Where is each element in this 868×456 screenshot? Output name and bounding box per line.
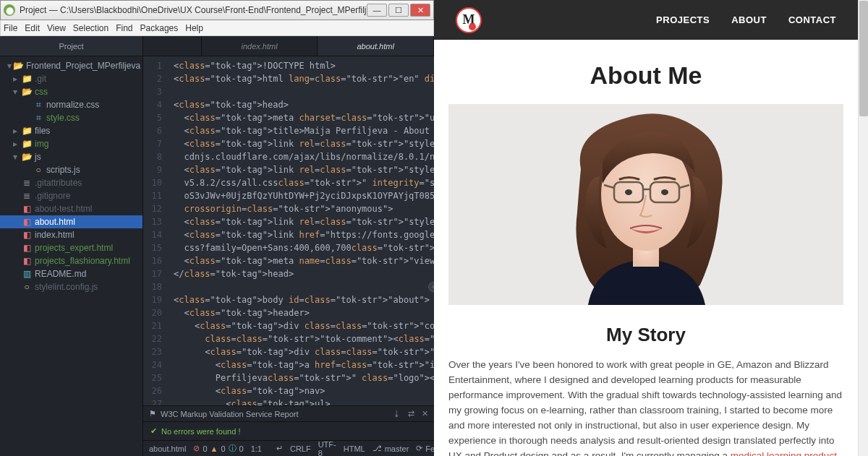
tree-file--gitignore[interactable]: ≣.gitignore (0, 189, 142, 202)
nav-link-about[interactable]: ABOUT (731, 14, 767, 25)
line-gutter: 1234567891011121314151617181920212223242… (143, 56, 168, 405)
status-fetch[interactable]: ⟳ Fetch (416, 444, 434, 453)
lint-title: W3C Markup Validation Service Report (161, 410, 299, 418)
page-title: About Me (448, 61, 843, 90)
menu-edit[interactable]: Edit (25, 23, 40, 33)
status-eol[interactable]: CRLF (290, 444, 311, 453)
story-paragraph-1: Over the years I've been honored to work… (448, 358, 843, 456)
tree-file-normalize-css[interactable]: ⌗normalize.css (0, 98, 142, 111)
tree-file-readme-md[interactable]: ▥README.md (0, 267, 142, 280)
scrollbar-thumb[interactable] (859, 1, 868, 116)
tree-tab[interactable] (143, 36, 202, 56)
site-header: M PROJECTS ABOUT CONTACT (434, 0, 858, 40)
menubar: File Edit View Selection Find Packages H… (0, 20, 434, 36)
link-icon[interactable]: ⇄ (408, 409, 414, 418)
nav-link-contact[interactable]: CONTACT (788, 14, 836, 25)
scrollbar[interactable] (858, 0, 868, 456)
status-grammar[interactable]: HTML (344, 444, 365, 453)
status-diagnostics[interactable]: ⊘0 ▲0 ⓘ0 (193, 443, 243, 454)
status-crlf-icon[interactable]: ↵ (276, 444, 283, 453)
status-encoding[interactable]: UTF-8 (318, 440, 336, 457)
editor-tabs: index.html about.html (143, 36, 434, 56)
tree-folder-files[interactable]: ▸📁files (0, 124, 142, 137)
status-position[interactable]: 1:1 (251, 444, 262, 453)
tree-file--gitattributes[interactable]: ≣.gitattributes (0, 176, 142, 189)
preview-page: M PROJECTS ABOUT CONTACT About Me (434, 0, 858, 456)
svg-point-7 (625, 189, 632, 195)
code-editor[interactable]: <class="tok-tag">!DOCTYPE html><class="t… (168, 56, 434, 405)
tree-folder--git[interactable]: ▸📁.git (0, 72, 142, 85)
lint-message: No errors were found ! (161, 427, 240, 436)
svg-point-8 (661, 189, 668, 195)
status-file: about.html (149, 444, 186, 453)
window-minimize-button[interactable]: — (367, 4, 387, 17)
menu-packages[interactable]: Packages (140, 23, 179, 33)
statusbar: about.html ⊘0 ▲0 ⓘ0 1:1 ↵ CRLF UTF-8 HTM… (143, 440, 434, 456)
tree-file-projects-flashionary-html[interactable]: ◧projects_flashionary.html (0, 254, 142, 267)
tab-about[interactable]: about.html (318, 36, 434, 56)
section-heading: My Story (448, 324, 843, 346)
panel-collapse-handle[interactable]: ‹ (428, 282, 434, 292)
window-titlebar: ⬤ Project — C:\Users\Blackbodhi\OneDrive… (0, 0, 434, 20)
menu-selection[interactable]: Selection (73, 23, 109, 33)
tree-file-projects-expert-html[interactable]: ◧projects_expert.html (0, 241, 142, 254)
check-icon: ✔ (150, 426, 157, 436)
site-logo[interactable]: M (456, 7, 482, 33)
file-tree: Project ▾📂Frontend_Project_MPerfiljeva▸📁… (0, 36, 143, 456)
tree-file-about-test-html[interactable]: ◧about-test.html (0, 202, 142, 215)
tree-file-index-html[interactable]: ◧index.html (0, 228, 142, 241)
lint-panel: ⚑ W3C Markup Validation Service Report ⭳… (143, 405, 434, 440)
window-title: Project — C:\Users\Blackbodhi\OneDrive\U… (20, 5, 367, 15)
inline-link-product[interactable]: medical learning product (731, 450, 837, 456)
menu-file[interactable]: File (4, 23, 17, 33)
tree-file-stylelint-config-js[interactable]: ○stylelint.config.js (0, 280, 142, 293)
tree-folder-js[interactable]: ▾📂js (0, 150, 142, 163)
download-icon[interactable]: ⭳ (393, 409, 401, 418)
tree-folder-img[interactable]: ▸📁img (0, 137, 142, 150)
nav-link-projects[interactable]: PROJECTS (656, 14, 710, 25)
portrait-illustration (537, 104, 754, 305)
status-branch[interactable]: ⎇master (373, 444, 409, 453)
window-maximize-button[interactable]: ☐ (388, 4, 409, 17)
w3c-icon: ⚑ (149, 409, 156, 418)
menu-find[interactable]: Find (116, 23, 132, 33)
tab-index[interactable]: index.html (202, 36, 318, 56)
tree-folder-css[interactable]: ▾📂css (0, 85, 142, 98)
tree-file-about-html[interactable]: ◧about.html (0, 215, 142, 228)
tree-file-scripts-js[interactable]: ○scripts.js (0, 163, 142, 176)
close-icon[interactable]: ✕ (422, 409, 428, 418)
tree-file-style-css[interactable]: ⌗style.css (0, 111, 142, 124)
menu-view[interactable]: View (47, 23, 66, 33)
window-close-button[interactable]: ✕ (410, 4, 430, 17)
hero-image (448, 104, 843, 305)
tree-folder-frontend-project-mperfiljeva[interactable]: ▾📂Frontend_Project_MPerfiljeva (0, 59, 142, 72)
menu-help[interactable]: Help (185, 23, 203, 33)
app-icon: ⬤ (4, 4, 15, 16)
tree-header: Project (0, 36, 142, 56)
